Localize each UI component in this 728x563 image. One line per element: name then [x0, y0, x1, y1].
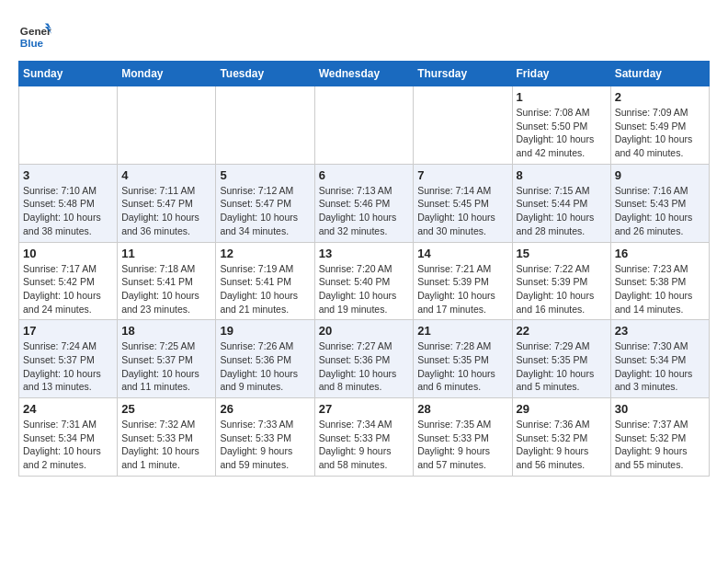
- calendar-cell: 4Sunrise: 7:11 AM Sunset: 5:47 PM Daylig…: [118, 164, 216, 242]
- day-info: Sunrise: 7:16 AM Sunset: 5:43 PM Dayligh…: [615, 184, 705, 238]
- logo: General Blue: [18, 18, 55, 52]
- calendar-cell: 21Sunrise: 7:28 AM Sunset: 5:35 PM Dayli…: [414, 320, 512, 398]
- calendar-cell: 30Sunrise: 7:37 AM Sunset: 5:32 PM Dayli…: [610, 398, 709, 477]
- day-info: Sunrise: 7:31 AM Sunset: 5:34 PM Dayligh…: [23, 418, 113, 472]
- day-info: Sunrise: 7:37 AM Sunset: 5:32 PM Dayligh…: [615, 418, 705, 472]
- calendar-week-row: 10Sunrise: 7:17 AM Sunset: 5:42 PM Dayli…: [19, 242, 710, 320]
- day-number: 5: [220, 168, 310, 182]
- calendar-week-row: 17Sunrise: 7:24 AM Sunset: 5:37 PM Dayli…: [19, 320, 710, 398]
- day-number: 18: [121, 324, 211, 338]
- day-number: 24: [23, 402, 113, 416]
- calendar-cell: 18Sunrise: 7:25 AM Sunset: 5:37 PM Dayli…: [118, 320, 216, 398]
- calendar-cell: 12Sunrise: 7:19 AM Sunset: 5:41 PM Dayli…: [216, 242, 314, 320]
- day-info: Sunrise: 7:15 AM Sunset: 5:44 PM Dayligh…: [517, 184, 607, 238]
- weekday-header: Friday: [512, 62, 610, 86]
- calendar-cell: [19, 86, 118, 165]
- day-info: Sunrise: 7:19 AM Sunset: 5:41 PM Dayligh…: [220, 262, 310, 316]
- calendar-cell: 15Sunrise: 7:22 AM Sunset: 5:39 PM Dayli…: [512, 242, 610, 320]
- day-info: Sunrise: 7:14 AM Sunset: 5:45 PM Dayligh…: [417, 184, 507, 238]
- day-number: 9: [615, 168, 705, 182]
- svg-text:Blue: Blue: [20, 37, 44, 49]
- day-number: 13: [319, 247, 410, 260]
- day-info: Sunrise: 7:22 AM Sunset: 5:39 PM Dayligh…: [517, 262, 607, 316]
- day-info: Sunrise: 7:12 AM Sunset: 5:47 PM Dayligh…: [220, 184, 310, 238]
- calendar-cell: 14Sunrise: 7:21 AM Sunset: 5:39 PM Dayli…: [414, 242, 512, 320]
- day-number: 20: [319, 324, 410, 338]
- calendar-cell: 3Sunrise: 7:10 AM Sunset: 5:48 PM Daylig…: [19, 164, 118, 242]
- day-info: Sunrise: 7:30 AM Sunset: 5:34 PM Dayligh…: [615, 339, 705, 394]
- day-number: 12: [220, 247, 310, 260]
- day-number: 3: [23, 168, 113, 182]
- day-info: Sunrise: 7:17 AM Sunset: 5:42 PM Dayligh…: [23, 262, 113, 316]
- day-number: 27: [319, 402, 410, 416]
- calendar-cell: [118, 86, 216, 165]
- calendar-cell: 24Sunrise: 7:31 AM Sunset: 5:34 PM Dayli…: [19, 398, 118, 477]
- day-number: 11: [121, 247, 211, 260]
- calendar-cell: 8Sunrise: 7:15 AM Sunset: 5:44 PM Daylig…: [512, 164, 610, 242]
- day-info: Sunrise: 7:13 AM Sunset: 5:46 PM Dayligh…: [319, 184, 410, 238]
- day-number: 15: [517, 247, 607, 260]
- calendar-cell: 7Sunrise: 7:14 AM Sunset: 5:45 PM Daylig…: [414, 164, 512, 242]
- day-number: 19: [220, 324, 310, 338]
- day-number: 8: [517, 168, 607, 182]
- weekday-header: Monday: [118, 62, 216, 86]
- calendar-cell: 26Sunrise: 7:33 AM Sunset: 5:33 PM Dayli…: [216, 398, 314, 477]
- calendar-cell: 20Sunrise: 7:27 AM Sunset: 5:36 PM Dayli…: [314, 320, 414, 398]
- day-number: 2: [615, 90, 705, 104]
- calendar-cell: 13Sunrise: 7:20 AM Sunset: 5:40 PM Dayli…: [314, 242, 414, 320]
- day-info: Sunrise: 7:10 AM Sunset: 5:48 PM Dayligh…: [23, 184, 113, 238]
- calendar-cell: [314, 86, 414, 165]
- day-info: Sunrise: 7:35 AM Sunset: 5:33 PM Dayligh…: [417, 418, 507, 472]
- day-number: 30: [615, 402, 705, 416]
- day-info: Sunrise: 7:36 AM Sunset: 5:32 PM Dayligh…: [517, 418, 607, 472]
- day-number: 6: [319, 168, 410, 182]
- calendar-cell: 2Sunrise: 7:09 AM Sunset: 5:49 PM Daylig…: [610, 86, 709, 165]
- calendar-cell: 28Sunrise: 7:35 AM Sunset: 5:33 PM Dayli…: [414, 398, 512, 477]
- calendar-cell: [216, 86, 314, 165]
- calendar-cell: 27Sunrise: 7:34 AM Sunset: 5:33 PM Dayli…: [314, 398, 414, 477]
- day-number: 25: [121, 402, 211, 416]
- weekday-header: Tuesday: [216, 62, 314, 86]
- day-number: 14: [417, 247, 507, 260]
- day-info: Sunrise: 7:32 AM Sunset: 5:33 PM Dayligh…: [121, 418, 211, 472]
- day-info: Sunrise: 7:33 AM Sunset: 5:33 PM Dayligh…: [220, 418, 310, 472]
- weekday-header: Saturday: [610, 62, 709, 86]
- day-number: 16: [615, 247, 705, 260]
- day-info: Sunrise: 7:21 AM Sunset: 5:39 PM Dayligh…: [417, 262, 507, 316]
- day-info: Sunrise: 7:11 AM Sunset: 5:47 PM Dayligh…: [121, 184, 211, 238]
- calendar-cell: 25Sunrise: 7:32 AM Sunset: 5:33 PM Dayli…: [118, 398, 216, 477]
- calendar-cell: 9Sunrise: 7:16 AM Sunset: 5:43 PM Daylig…: [610, 164, 709, 242]
- day-info: Sunrise: 7:34 AM Sunset: 5:33 PM Dayligh…: [319, 418, 410, 472]
- day-info: Sunrise: 7:23 AM Sunset: 5:38 PM Dayligh…: [615, 262, 705, 316]
- day-info: Sunrise: 7:08 AM Sunset: 5:50 PM Dayligh…: [517, 106, 607, 160]
- day-number: 29: [517, 402, 607, 416]
- calendar-cell: 22Sunrise: 7:29 AM Sunset: 5:35 PM Dayli…: [512, 320, 610, 398]
- day-number: 17: [23, 324, 113, 338]
- day-number: 21: [417, 324, 507, 338]
- day-info: Sunrise: 7:09 AM Sunset: 5:49 PM Dayligh…: [615, 106, 705, 160]
- calendar-cell: 10Sunrise: 7:17 AM Sunset: 5:42 PM Dayli…: [19, 242, 118, 320]
- day-info: Sunrise: 7:20 AM Sunset: 5:40 PM Dayligh…: [319, 262, 410, 316]
- day-number: 10: [23, 247, 113, 260]
- day-number: 28: [417, 402, 507, 416]
- calendar-cell: 16Sunrise: 7:23 AM Sunset: 5:38 PM Dayli…: [610, 242, 709, 320]
- day-number: 22: [517, 324, 607, 338]
- calendar-cell: [414, 86, 512, 165]
- day-info: Sunrise: 7:27 AM Sunset: 5:36 PM Dayligh…: [319, 339, 410, 394]
- calendar-week-row: 24Sunrise: 7:31 AM Sunset: 5:34 PM Dayli…: [19, 398, 710, 477]
- calendar-table: SundayMondayTuesdayWednesdayThursdayFrid…: [18, 61, 710, 477]
- calendar-cell: 23Sunrise: 7:30 AM Sunset: 5:34 PM Dayli…: [610, 320, 709, 398]
- day-info: Sunrise: 7:29 AM Sunset: 5:35 PM Dayligh…: [517, 339, 607, 394]
- calendar-week-row: 3Sunrise: 7:10 AM Sunset: 5:48 PM Daylig…: [19, 164, 710, 242]
- day-number: 7: [417, 168, 507, 182]
- day-number: 23: [615, 324, 705, 338]
- calendar-cell: 11Sunrise: 7:18 AM Sunset: 5:41 PM Dayli…: [118, 242, 216, 320]
- calendar-cell: 17Sunrise: 7:24 AM Sunset: 5:37 PM Dayli…: [19, 320, 118, 398]
- day-info: Sunrise: 7:28 AM Sunset: 5:35 PM Dayligh…: [417, 339, 507, 394]
- weekday-header: Thursday: [414, 62, 512, 86]
- calendar-cell: 6Sunrise: 7:13 AM Sunset: 5:46 PM Daylig…: [314, 164, 414, 242]
- day-number: 4: [121, 168, 211, 182]
- calendar-cell: 5Sunrise: 7:12 AM Sunset: 5:47 PM Daylig…: [216, 164, 314, 242]
- weekday-header: Sunday: [19, 62, 118, 86]
- logo-icon: General Blue: [18, 18, 51, 52]
